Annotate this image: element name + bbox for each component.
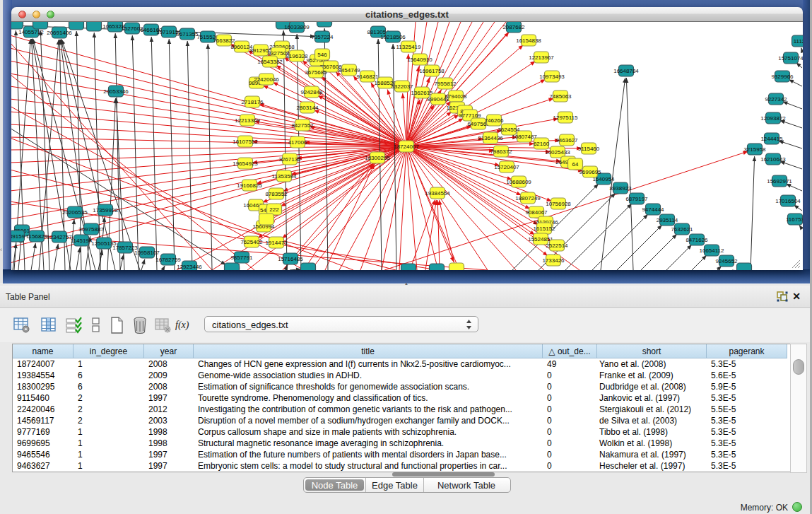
graph-node[interactable]: 2935114 (657, 214, 678, 226)
graph-node[interactable] (69, 22, 84, 30)
table-row[interactable]: 2242004622012Investigating the contribut… (13, 404, 787, 415)
column-header-short[interactable]: short (597, 344, 707, 358)
graph-node[interactable] (317, 22, 332, 27)
graph-node[interactable]: 3267130 (278, 153, 301, 165)
table-row[interactable]: 1456911722003Disruption of a novel membe… (13, 415, 787, 426)
graph-node[interactable]: 20206535 (62, 206, 88, 218)
graph-node[interactable]: 30975887 (78, 223, 104, 235)
new-table-icon[interactable] (108, 317, 125, 334)
horizontal-scroll-thumb[interactable] (392, 472, 495, 477)
column-header-in-degree[interactable]: in_degree (73, 344, 144, 358)
close-panel-icon[interactable]: ✕ (792, 290, 801, 303)
float-panel-icon[interactable] (777, 291, 788, 302)
graph-node[interactable]: 12342757 (47, 231, 72, 243)
vertical-scroll-thumb[interactable] (793, 359, 804, 375)
table-row[interactable]: 1830029562008Estimation of significance … (13, 381, 787, 392)
graph-node[interactable] (11, 22, 23, 29)
graph-node[interactable] (33, 22, 48, 29)
table-source-dropdown[interactable]: citations_edges.txt (204, 316, 478, 332)
tab-network-table[interactable]: Network Table (424, 478, 509, 492)
graph-node[interactable]: 15640910 (407, 54, 433, 65)
graph-node[interactable]: 9474444 (642, 204, 664, 215)
tab-node-table[interactable]: Node Table (304, 478, 366, 492)
table-vertical-scrollbar[interactable] (790, 344, 807, 473)
graph-node[interactable]: 2087682 (502, 22, 525, 33)
table-settings-icon[interactable] (13, 317, 30, 334)
graph-node[interactable]: 10654112 (700, 245, 725, 256)
column-header-title[interactable]: title (194, 344, 543, 358)
column-header-year[interactable]: year (144, 344, 194, 358)
graph-node[interactable]: 9857791 (230, 252, 253, 263)
table-row[interactable]: 911546021997Tourette syndrome. Phenomeno… (13, 392, 787, 404)
graph-node[interactable]: 417006 (288, 136, 307, 148)
graph-node[interactable]: 5322037 (391, 81, 413, 92)
graph-node[interactable]: 15716485 (278, 253, 303, 264)
graph-node[interactable]: 546 (315, 49, 330, 60)
import-table-icon[interactable] (154, 317, 171, 334)
graph-node[interactable]: 16648784 (613, 65, 639, 76)
graph-node[interactable]: 9463627 (555, 134, 578, 146)
graph-node[interactable] (301, 263, 316, 270)
graph-node[interactable]: 19166825 (237, 180, 262, 191)
graph-node[interactable]: 2803144 (296, 102, 319, 113)
tab-edge-table[interactable]: Edge Table (366, 478, 424, 492)
graph-node[interactable] (737, 263, 752, 270)
graph-node[interactable]: 12213369 (235, 115, 260, 126)
graph-node[interactable]: 116753 (786, 214, 803, 225)
graph-node[interactable]: 9227342 (765, 93, 787, 105)
graph-node[interactable]: 6879197 (625, 193, 648, 204)
graph-node[interactable]: 11325419 (396, 41, 422, 52)
table-row[interactable]: 1938455462009Genome-wide association stu… (13, 370, 787, 381)
graph-node[interactable]: 17016504 (775, 195, 801, 206)
node-table[interactable]: namein_degreeyeartitle△ out_de...shortpa… (12, 344, 790, 472)
split-pane-grip[interactable]: ▲ (403, 282, 410, 286)
graph-node[interactable]: 7632621 (671, 223, 693, 235)
graph-node[interactable] (259, 214, 274, 225)
graph-node[interactable]: 8471626 (686, 234, 708, 245)
graph-node[interactable]: 16033809 (284, 22, 310, 33)
graph-node[interactable]: 20053346 (103, 86, 129, 97)
column-header-out-de-[interactable]: △ out_de... (543, 344, 597, 358)
select-rows-icon[interactable] (65, 317, 82, 334)
table-row[interactable]: 977716911998Corpus callosum shape and si… (13, 426, 787, 438)
table-row[interactable]: 1872400712008Changes of HCN gene express… (13, 358, 787, 370)
graph-node[interactable]: 1244415 (760, 133, 783, 144)
graph-node[interactable]: 62160 (534, 138, 550, 149)
graph-node[interactable]: 1733426 (542, 255, 565, 266)
graph-node[interactable] (449, 263, 464, 270)
function-builder-icon[interactable]: f(x) (175, 320, 189, 331)
column-stack-icon[interactable] (88, 317, 105, 334)
graph-node[interactable]: 7357224 (311, 31, 334, 42)
graph-node[interactable]: 16154838 (516, 35, 541, 46)
graph-node[interactable]: 39159 (11, 230, 25, 242)
graph-node[interactable]: 1914479 (265, 237, 288, 248)
graph-node[interactable]: 9671355 (176, 28, 199, 40)
graph-node[interactable]: 19384554 (425, 187, 450, 199)
table-row[interactable]: 969969511998Structural magnetic resonanc… (13, 438, 787, 449)
graph-node[interactable] (430, 264, 445, 270)
graph-node[interactable]: 17359928 (93, 204, 118, 216)
graph-node[interactable]: 12213967 (529, 52, 554, 63)
canvas-resize-grip[interactable] (791, 259, 801, 269)
graph-node[interactable]: 16107552 (233, 136, 258, 147)
graph-node[interactable]: 1156829 (26, 230, 48, 242)
column-header-pagerank[interactable]: pagerank (707, 344, 787, 358)
graph-node[interactable]: 20691406 (47, 27, 72, 38)
graph-node[interactable]: 7485063 (549, 90, 572, 102)
graph-node[interactable] (401, 264, 416, 270)
graph-node[interactable]: 3215958 (743, 144, 766, 155)
citation-network-graph[interactable]: 1405571220691406106532871527602646616010… (11, 22, 803, 270)
graph-node[interactable]: 12975115 (553, 112, 579, 123)
graph-node[interactable]: 9115460 (578, 143, 600, 154)
graph-node[interactable]: 15720407 (494, 161, 519, 173)
graph-node[interactable]: 9245652 (715, 255, 738, 267)
graph-node[interactable]: 746266 (485, 115, 504, 126)
graph-node[interactable]: 2522514 (546, 240, 568, 251)
show-columns-icon[interactable] (40, 317, 57, 334)
table-row[interactable]: 946362711997Embryonic stem cells: a mode… (13, 460, 787, 472)
graph-node[interactable]: 8196328 (286, 50, 308, 62)
network-canvas[interactable]: 1405571220691406106532871527602646616010… (11, 22, 803, 270)
graph-node[interactable]: 6794028 (445, 90, 467, 102)
table-row[interactable]: 946554611997Estimation of the future num… (13, 449, 787, 460)
delete-table-icon[interactable] (131, 317, 148, 334)
